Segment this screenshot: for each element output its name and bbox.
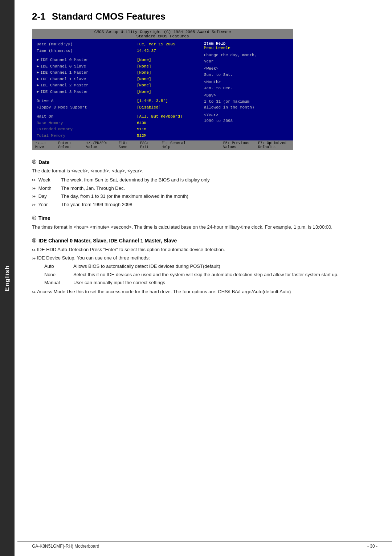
footer-left: GA-K8N51GMF(-RH) Motherboard (32, 544, 99, 549)
date-day-row: ↣ Day The day, from 1 to 31 (or the maxi… (32, 193, 377, 200)
bios-ide3-master: ► IDE Channel 3 Master (37, 89, 135, 95)
bios-left-col: Date (mm:dd:yy) Time (hh:mm:ss) ► IDE Ch… (34, 41, 135, 139)
bios-footer: ↑↓→←: Move Enter: Select +/-/PU/PD: Valu… (32, 140, 293, 150)
ide-auto-row: Auto Allows BIOS to automatically detect… (44, 263, 377, 270)
date-year-row: ↣ Year The year, from 1999 through 2098 (32, 201, 377, 209)
bios-screenshot: CMOS Setup Utility-Copyright (C) 1984-20… (32, 29, 293, 150)
sidebar: English (0, 0, 15, 556)
bios-halt: Halt On (37, 114, 135, 120)
ide-bullet-3: ↣ Access Mode Use this to set the access… (32, 288, 377, 296)
bios-floppy: Floppy 3 Mode Support (37, 105, 135, 111)
section-date-title: Ⓑ Date (32, 159, 377, 165)
sidebar-label: English (4, 265, 11, 291)
footer-right: - 30 - (367, 544, 377, 549)
bios-ide1-master: ► IDE Channel 1 Master (37, 70, 135, 76)
ide-none-row: None Select this if no IDE devices are u… (44, 271, 377, 279)
bios-mid-col: Tue, Mar 15 2005 14:42:37 [None] [None] … (135, 41, 201, 139)
bios-total-mem: Total Memory (37, 133, 135, 139)
ide-manual-row: Manual User can manually input the corre… (44, 279, 377, 287)
bios-ide0-slave: ► IDE Channel 0 Slave (37, 64, 135, 70)
bios-help-col: Item Help Menu Level► Change the day, mo… (201, 41, 291, 139)
date-week-row: ↣ Week The week, from Sun to Sat, determ… (32, 176, 377, 184)
bios-ext-mem: Extended Memory (37, 126, 135, 132)
page-title: 2-1 Standard CMOS Features (32, 11, 377, 22)
bios-date-row: Date (mm:dd:yy) (37, 41, 135, 48)
bios-ide1-slave: ► IDE Channel 1 Slave (37, 76, 135, 82)
bios-body: Date (mm:dd:yy) Time (hh:mm:ss) ► IDE Ch… (32, 39, 293, 140)
bios-date-val: Tue, Mar 15 2005 (135, 41, 201, 48)
bios-ide0-master: ► IDE Channel 0 Master (37, 57, 135, 63)
bios-header: CMOS Setup Utility-Copyright (C) 1984-20… (32, 29, 293, 39)
section-time-title: Ⓑ Time (32, 215, 377, 221)
page-footer: GA-K8N51GMF(-RH) Motherboard - 30 - (17, 541, 392, 549)
bios-time-row: Time (hh:mm:ss) (37, 48, 135, 54)
date-month-row: ↣ Month The month, Jan. Through Dec. (32, 185, 377, 192)
section-time: Ⓑ Time The times format in <hour> <minut… (32, 215, 377, 231)
main-content: 2-1 Standard CMOS Features CMOS Setup Ut… (17, 0, 392, 317)
ide-bullet-2: ↣ IDE Device Setup. You can use one of t… (32, 254, 377, 287)
bios-time-val: 14:42:37 (135, 48, 201, 54)
section-ide: Ⓑ IDE Channel 0 Master, Slave, IDE Chann… (32, 238, 377, 296)
bios-drive-a: Drive A (37, 98, 135, 104)
ide-bullet-1: ↣ IDE HDD Auto-Detection Press "Enter" t… (32, 246, 377, 254)
bios-ide2-master: ► IDE Channel 2 Master (37, 82, 135, 89)
bios-base-mem: Base Memory (37, 120, 135, 126)
section-date: Ⓑ Date The date format is <week>, <month… (32, 159, 377, 209)
section-ide-title: Ⓑ IDE Channel 0 Master, Slave, IDE Chann… (32, 238, 377, 244)
